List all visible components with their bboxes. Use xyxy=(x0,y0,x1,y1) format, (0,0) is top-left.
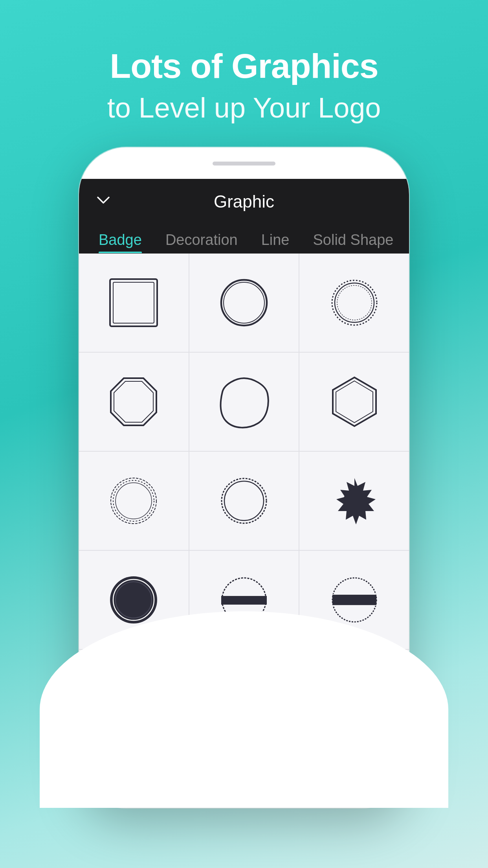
svg-rect-23 xyxy=(332,594,376,605)
svg-point-17 xyxy=(110,576,157,623)
svg-point-4 xyxy=(332,280,377,325)
tab-badge[interactable]: Badge xyxy=(87,224,154,253)
svg-point-14 xyxy=(222,478,266,523)
badge-circle-twisted[interactable] xyxy=(189,452,299,550)
hero-title: Lots of Graphics xyxy=(107,47,381,85)
svg-marker-7 xyxy=(111,378,156,425)
svg-rect-21 xyxy=(221,596,267,605)
svg-point-12 xyxy=(113,480,154,521)
badge-blob[interactable] xyxy=(189,353,299,451)
svg-point-13 xyxy=(116,483,152,519)
phone-mockup: Graphic Badge Decoration Line Solid Shap… xyxy=(79,147,409,808)
svg-point-6 xyxy=(337,285,372,320)
svg-point-2 xyxy=(221,280,267,326)
svg-marker-8 xyxy=(114,381,153,422)
tab-line[interactable]: Line xyxy=(250,224,301,253)
tab-bar: Badge Decoration Line Solid Shape xyxy=(79,224,409,254)
tab-solid-shape[interactable]: Solid Shape xyxy=(301,224,405,253)
back-button[interactable] xyxy=(95,191,112,212)
badge-rectangle[interactable] xyxy=(79,254,189,352)
svg-marker-9 xyxy=(333,377,376,426)
svg-rect-0 xyxy=(110,279,157,326)
top-bar: Graphic xyxy=(79,179,409,224)
svg-point-15 xyxy=(224,481,264,520)
svg-point-5 xyxy=(335,283,374,322)
badge-hexagon-double[interactable] xyxy=(299,353,409,451)
tab-decoration[interactable]: Decoration xyxy=(154,224,250,253)
phone-speaker xyxy=(213,162,275,166)
svg-point-11 xyxy=(111,478,156,524)
badge-octagon[interactable] xyxy=(79,353,189,451)
hero-section: Lots of Graphics to Level up Your Logo xyxy=(107,47,381,124)
svg-point-16 xyxy=(343,490,365,512)
svg-rect-1 xyxy=(113,282,154,323)
badge-circle-simple[interactable] xyxy=(189,254,299,352)
bottom-wave xyxy=(40,611,448,808)
badge-circle-dotted[interactable] xyxy=(299,254,409,352)
svg-point-3 xyxy=(224,282,264,323)
screen-title: Graphic xyxy=(214,192,274,211)
hero-subtitle: to Level up Your Logo xyxy=(107,92,381,124)
svg-marker-10 xyxy=(336,381,373,423)
badge-circle-rope[interactable] xyxy=(79,452,189,550)
badge-burst-solid[interactable] xyxy=(299,452,409,550)
